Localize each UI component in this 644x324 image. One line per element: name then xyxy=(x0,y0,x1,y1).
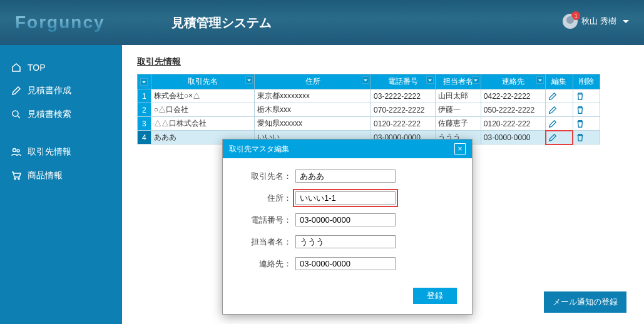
cell-person: 伊藤一 xyxy=(436,103,481,117)
sidebar-item-top[interactable]: TOP xyxy=(0,56,122,79)
clients-table: 取引先名 住所 電話番号 担当者名 連絡先 編集 削除 1株式会社○×△東京都x… xyxy=(137,74,600,144)
cell-addr: 東京都xxxxxxxx xyxy=(255,89,371,103)
dropdown-icon[interactable] xyxy=(472,76,479,84)
sidebar-item-label: 見積書作成 xyxy=(28,85,71,96)
label-name: 取引先名： xyxy=(238,171,295,182)
notification-badge: 1 xyxy=(571,11,580,20)
dropdown-icon[interactable] xyxy=(426,76,434,84)
input-contact[interactable] xyxy=(295,257,396,270)
delete-icon[interactable] xyxy=(573,89,600,103)
dialog-header: 取引先マスタ編集 × xyxy=(223,139,472,158)
logo: Forguncy xyxy=(15,13,134,33)
row-number: 1 xyxy=(138,89,151,103)
svg-point-0 xyxy=(13,111,18,116)
delete-icon[interactable] xyxy=(573,117,600,131)
app-title: 見積管理システム xyxy=(171,14,272,31)
cell-person: 山田太郎 xyxy=(436,89,481,103)
sidebar-item-products[interactable]: 商品情報 xyxy=(0,164,122,188)
chevron-down-icon xyxy=(623,20,629,26)
dropdown-icon[interactable] xyxy=(362,76,369,84)
edit-icon[interactable] xyxy=(546,103,573,117)
avatar-icon: 1 xyxy=(563,14,578,29)
col-person[interactable]: 担当者名 xyxy=(436,74,481,89)
input-address[interactable] xyxy=(295,191,396,205)
edit-icon[interactable] xyxy=(546,131,573,144)
sidebar-item-label: 見積書検索 xyxy=(28,109,71,120)
table-row[interactable]: 2○△口会社栃木県xxx070-2222-2222伊藤一050-2222-222… xyxy=(138,103,600,117)
sidebar-item-clients[interactable]: 取引先情報 xyxy=(0,140,122,164)
sidebar: TOP 見積書作成 見積書検索 取引先情報 商品情報 xyxy=(0,45,122,324)
delete-icon[interactable] xyxy=(573,131,600,144)
section-title: 取引先情報 xyxy=(137,56,629,68)
label-addr: 住所： xyxy=(238,193,295,204)
label-contact: 連絡先： xyxy=(238,258,295,270)
cell-contact: 050-2222-2222 xyxy=(481,103,545,117)
user-name: 秋山 秀樹 xyxy=(581,16,616,27)
mail-register-button[interactable]: メール通知の登録 xyxy=(544,291,626,313)
cell-name: 株式会社○×△ xyxy=(151,89,254,103)
label-person: 担当者名： xyxy=(238,236,295,248)
input-person[interactable] xyxy=(295,235,396,248)
cell-contact: 0120-222-222 xyxy=(481,117,545,131)
sidebar-item-label: 商品情報 xyxy=(28,170,63,181)
label-tel: 電話番号： xyxy=(238,215,295,226)
row-number: 3 xyxy=(138,117,151,131)
sidebar-item-label: TOP xyxy=(28,63,46,73)
edit-client-dialog: 取引先マスタ編集 × 取引先名： 住所： 電話番号： 担当者名： 連絡先： 登録 xyxy=(222,139,473,315)
col-addr[interactable]: 住所 xyxy=(255,74,371,89)
row-number: 2 xyxy=(138,103,151,117)
edit-icon[interactable] xyxy=(546,89,573,103)
sidebar-item-create[interactable]: 見積書作成 xyxy=(0,79,122,103)
users-icon xyxy=(11,147,21,157)
cell-person: 佐藤恵子 xyxy=(436,117,481,131)
user-menu[interactable]: 1 秋山 秀樹 xyxy=(563,14,629,29)
pencil-icon xyxy=(11,86,21,96)
table-row[interactable]: 1株式会社○×△東京都xxxxxxxx03-2222-2222山田太郎0422-… xyxy=(138,89,600,103)
table-row[interactable]: 3△△口株式会社愛知県xxxxxx0120-222-222佐藤恵子0120-22… xyxy=(138,117,600,131)
cell-tel: 03-2222-2222 xyxy=(371,89,436,103)
dropdown-icon[interactable] xyxy=(245,76,253,84)
cell-tel: 070-2222-2222 xyxy=(371,103,436,117)
svg-point-4 xyxy=(18,178,19,180)
input-telephone[interactable] xyxy=(295,213,396,226)
svg-point-1 xyxy=(13,149,16,152)
app-header: Forguncy 見積管理システム 1 秋山 秀樹 xyxy=(0,0,644,45)
col-tel[interactable]: 電話番号 xyxy=(371,74,436,89)
cart-icon xyxy=(11,171,21,181)
cell-tel: 0120-222-222 xyxy=(371,117,436,131)
dropdown-icon[interactable] xyxy=(536,76,544,84)
cell-contact: 03-0000-0000 xyxy=(481,131,545,144)
dropdown-icon[interactable] xyxy=(140,78,148,86)
svg-point-3 xyxy=(14,178,16,180)
cell-name: △△口株式会社 xyxy=(151,117,254,131)
dialog-title: 取引先マスタ編集 xyxy=(229,144,289,154)
edit-icon[interactable] xyxy=(546,117,573,131)
sidebar-item-search[interactable]: 見積書検索 xyxy=(0,103,122,126)
cell-contact: 0422-22-2222 xyxy=(481,89,545,103)
register-button[interactable]: 登録 xyxy=(413,288,457,304)
cell-addr: 愛知県xxxxxx xyxy=(255,117,371,131)
sidebar-item-label: 取引先情報 xyxy=(28,146,71,158)
col-contact[interactable]: 連絡先 xyxy=(481,74,545,89)
svg-point-2 xyxy=(17,149,19,152)
col-edit: 編集 xyxy=(546,74,573,89)
row-number: 4 xyxy=(138,131,151,144)
home-icon xyxy=(11,63,21,73)
col-delete: 削除 xyxy=(573,74,600,89)
input-client-name[interactable] xyxy=(295,170,396,183)
col-name[interactable]: 取引先名 xyxy=(151,74,254,89)
cell-name: ○△口会社 xyxy=(151,103,254,117)
col-corner[interactable] xyxy=(138,74,151,89)
cell-addr: 栃木県xxx xyxy=(255,103,371,117)
search-icon xyxy=(11,109,21,119)
close-icon[interactable]: × xyxy=(454,143,466,154)
delete-icon[interactable] xyxy=(573,103,600,117)
